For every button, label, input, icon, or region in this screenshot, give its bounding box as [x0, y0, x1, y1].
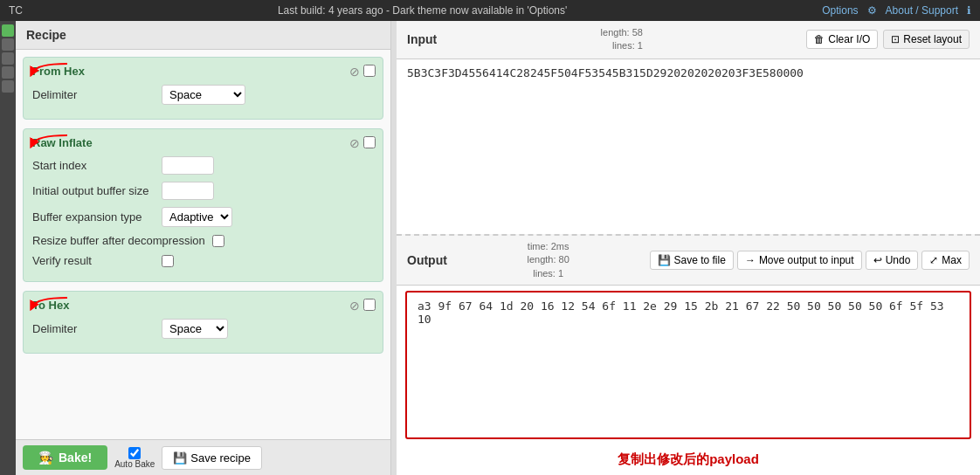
from-hex-title: From Hex: [32, 65, 374, 78]
gear-icon: ⚙: [867, 4, 877, 17]
auto-bake-box: Auto Bake: [114, 447, 155, 469]
output-actions: 💾 Save to file → Move output to input ↩ …: [650, 251, 970, 270]
input-length-label: length:: [601, 27, 630, 38]
output-lines-label: lines:: [533, 268, 556, 279]
from-hex-disable-icon[interactable]: ⊘: [349, 65, 360, 79]
main-container: Recipe From Hex ⊘ Delimiter: [0, 21, 980, 475]
start-index-label: Start index: [32, 159, 155, 172]
sidebar-tab-3[interactable]: [2, 52, 14, 65]
save-to-file-button[interactable]: 💾 Save to file: [650, 251, 734, 270]
input-meta: length: 58 lines: 1: [601, 26, 643, 53]
resize-buffer-checkbox[interactable]: [212, 235, 224, 247]
arrow-to-hex: [19, 293, 72, 320]
raw-inflate-title: Raw Inflate: [32, 136, 374, 149]
chef-icon: 🧑‍🍳: [38, 451, 53, 465]
from-hex-checkbox[interactable]: [363, 65, 376, 77]
resize-buffer-label: Resize buffer after decompression: [32, 234, 205, 247]
output-area: a3 9f 67 64 1d 20 16 12 54 6f 11 2e 29 1…: [405, 291, 971, 439]
output-lines-value: 1: [558, 268, 563, 279]
buffer-size-input[interactable]: 0: [162, 182, 214, 200]
undo-icon: ↩: [873, 254, 882, 266]
to-hex-checkbox[interactable]: [363, 299, 376, 311]
buffer-expansion-select[interactable]: Adaptive Double Fixed: [162, 207, 232, 227]
resize-buffer-row: Resize buffer after decompression: [32, 234, 374, 247]
raw-inflate-disable-icon[interactable]: ⊘: [349, 136, 360, 150]
save-recipe-button[interactable]: 💾 Save recipe: [162, 446, 262, 470]
verify-result-label: Verify result: [32, 254, 155, 267]
from-hex-delimiter-row: Delimiter Space Comma Semi-colon Colon L…: [32, 85, 374, 105]
bake-bar: 🧑‍🍳 Bake! Auto Bake 💾 Save recipe: [16, 439, 390, 475]
sidebar-tab-2[interactable]: [2, 38, 14, 51]
sidebar-tab-4[interactable]: [2, 66, 14, 79]
max-button[interactable]: ⤢ Max: [921, 251, 970, 270]
input-title: Input: [407, 32, 437, 46]
to-hex-delimiter-label: Delimiter: [32, 322, 155, 335]
input-actions: 🗑 Clear I/O ⊡ Reset layout: [806, 30, 970, 49]
raw-inflate-checkbox[interactable]: [363, 136, 376, 148]
reset-layout-button[interactable]: ⊡ Reset layout: [883, 30, 970, 49]
input-header: Input length: 58 lines: 1 🗑 Clear I/O ⊡ …: [397, 21, 980, 59]
buffer-size-label: Initial output buffer size: [32, 184, 155, 197]
buffer-expansion-row: Buffer expansion type Adaptive Double Fi…: [32, 207, 374, 227]
move-to-input-button[interactable]: → Move output to input: [737, 251, 862, 270]
from-hex-controls: ⊘: [349, 65, 376, 79]
input-lines-label: lines:: [612, 40, 635, 51]
clear-io-icon: 🗑: [814, 33, 825, 45]
help-icon: ℹ: [967, 4, 971, 17]
reset-layout-icon: ⊡: [891, 33, 900, 45]
options-link[interactable]: Options: [822, 4, 858, 17]
move-icon: →: [745, 254, 756, 266]
auto-bake-label: Auto Bake: [114, 459, 155, 469]
clear-io-button[interactable]: 🗑 Clear I/O: [806, 30, 878, 49]
output-header: Output time: 2ms length: 80 lines: 1 💾 S…: [397, 234, 980, 286]
from-hex-delimiter-label: Delimiter: [32, 88, 155, 101]
input-textarea[interactable]: 5B3C3F3D4556414C28245F504F53545B315D2920…: [397, 59, 980, 234]
input-length-value: 58: [632, 27, 643, 38]
start-index-input[interactable]: 0: [162, 156, 214, 175]
about-link[interactable]: About / Support: [886, 4, 958, 17]
max-icon: ⤢: [929, 254, 938, 266]
top-bar-right: Options ⚙ About / Support ℹ: [822, 4, 971, 17]
top-bar-left: TC: [9, 4, 23, 17]
output-length-value: 80: [559, 254, 569, 265]
to-hex-disable-icon[interactable]: ⊘: [349, 299, 360, 313]
output-value: a3 9f 67 64 1d 20 16 12 54 6f 11 2e 29 1…: [418, 299, 944, 326]
save-file-icon: 💾: [658, 254, 671, 266]
io-panel: Input length: 58 lines: 1 🗑 Clear I/O ⊡ …: [397, 21, 980, 475]
undo-button[interactable]: ↩ Undo: [866, 251, 919, 270]
raw-inflate-block: Raw Inflate ⊘ Start index 0 Initial outp…: [23, 128, 383, 282]
sidebar-tab-1[interactable]: [2, 24, 14, 37]
output-time-label: time:: [528, 241, 549, 251]
from-hex-delimiter-select[interactable]: Space Comma Semi-colon Colon Line feed N…: [162, 85, 245, 105]
arrow-raw-inflate: [19, 131, 72, 157]
output-length-label: length:: [528, 254, 556, 265]
buffer-size-row: Initial output buffer size 0: [32, 182, 374, 200]
start-index-row: Start index 0: [32, 156, 374, 175]
recipe-panel: Recipe From Hex ⊘ Delimiter: [16, 21, 391, 475]
output-title: Output: [407, 253, 447, 267]
to-hex-delimiter-row: Delimiter Space Comma None: [32, 319, 374, 339]
bake-button[interactable]: 🧑‍🍳 Bake!: [23, 445, 107, 470]
output-time-value: 2ms: [551, 241, 569, 251]
to-hex-controls: ⊘: [349, 299, 376, 313]
to-hex-title: To Hex: [32, 299, 374, 312]
input-lines-value: 1: [638, 40, 643, 51]
auto-bake-checkbox[interactable]: [128, 447, 141, 459]
sidebar-tabs: [0, 21, 16, 475]
top-bar-center: Last build: 4 years ago - Dark theme now…: [278, 4, 567, 17]
recipe-body: From Hex ⊘ Delimiter Space Comma Semi-co…: [16, 50, 390, 439]
arrow-from-hex: [19, 59, 72, 86]
recipe-header: Recipe: [16, 21, 390, 50]
output-annotation: 复制出修改后的payload: [397, 444, 980, 475]
top-bar: TC Last build: 4 years ago - Dark theme …: [0, 0, 980, 21]
to-hex-delimiter-select[interactable]: Space Comma None: [162, 319, 228, 339]
verify-result-checkbox[interactable]: [162, 255, 174, 267]
sidebar-tab-5[interactable]: [2, 80, 14, 93]
save-recipe-icon: 💾: [173, 451, 187, 465]
recipe-title: Recipe: [26, 28, 66, 42]
output-meta: time: 2ms length: 80 lines: 1: [528, 240, 569, 280]
verify-result-row: Verify result: [32, 254, 374, 267]
raw-inflate-controls: ⊘: [349, 136, 376, 150]
buffer-expansion-label: Buffer expansion type: [32, 210, 155, 224]
from-hex-block: From Hex ⊘ Delimiter Space Comma Semi-co…: [23, 57, 383, 120]
